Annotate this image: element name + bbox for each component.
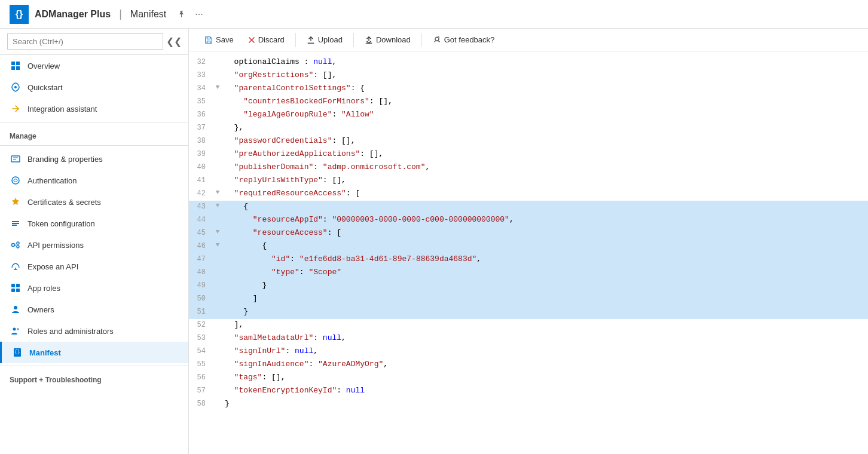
- code-line[interactable]: 41 "replyUrlsWithType": [],: [189, 174, 868, 188]
- code-line[interactable]: 37 },: [189, 122, 868, 135]
- line-number: 55: [189, 358, 213, 370]
- sidebar-item-roles[interactable]: Roles and administrators: [0, 320, 188, 342]
- svg-point-12: [12, 244, 15, 247]
- code-line[interactable]: 51 }: [189, 306, 868, 319]
- collapse-icon[interactable]: ▼: [213, 201, 222, 211]
- sidebar-item-owners[interactable]: Owners: [0, 299, 188, 320]
- code-line[interactable]: 46▼ {: [189, 240, 868, 253]
- code-line[interactable]: 36 "legalAgeGroupRule": "Allow": [189, 109, 868, 122]
- line-content: optionalClaims : null,: [222, 56, 868, 69]
- svg-rect-3: [16, 66, 20, 70]
- svg-point-13: [17, 242, 19, 244]
- feedback-button[interactable]: Got feedback?: [427, 32, 501, 47]
- line-content: {: [222, 201, 868, 213]
- code-line[interactable]: 45▼ "resourceAccess": [: [189, 227, 868, 240]
- integration-icon: [10, 103, 22, 115]
- code-line[interactable]: 55 "signInAudience": "AzureADMyOrg",: [189, 358, 868, 372]
- code-line[interactable]: 49 }: [189, 280, 868, 293]
- more-options-icon[interactable]: ···: [195, 9, 203, 20]
- code-line[interactable]: 34▼ "parentalControlSettings": {: [189, 82, 868, 96]
- search-input[interactable]: [7, 33, 163, 50]
- code-line[interactable]: 47 "id": "e1fe6dd8-ba31-4d61-89e7-88639d…: [189, 253, 868, 266]
- sidebar-item-branding[interactable]: Branding & properties: [0, 148, 188, 170]
- sidebar-item-integration[interactable]: Integration assistant: [0, 98, 188, 119]
- grid-icon: [10, 60, 22, 72]
- code-line[interactable]: 54 "signInUrl": null,: [189, 345, 868, 358]
- sidebar-item-label: Expose an API: [27, 262, 78, 271]
- sidebar-item-quickstart[interactable]: Quickstart: [0, 76, 188, 98]
- line-content: "id": "e1fe6dd8-ba31-4d61-89e7-88639da46…: [222, 253, 868, 266]
- line-number: 33: [189, 69, 213, 81]
- sidebar-item-overview[interactable]: Overview: [0, 55, 188, 76]
- line-number: 46: [189, 240, 213, 252]
- line-content: "samlMetadataUrl": null,: [222, 332, 868, 345]
- upload-button[interactable]: Upload: [301, 32, 349, 47]
- sidebar-item-manifest[interactable]: {} Manifest: [0, 342, 188, 363]
- line-content: "countriesBlockedForMinors": [],: [222, 96, 868, 108]
- sidebar-item-approles[interactable]: App roles: [0, 277, 188, 299]
- toolbar: Save Discard Upload Download Got feedbac…: [189, 29, 868, 51]
- divider2: [0, 145, 188, 146]
- svg-rect-5: [11, 156, 20, 162]
- line-number: 32: [189, 56, 213, 68]
- code-line[interactable]: 52 ],: [189, 319, 868, 332]
- code-line[interactable]: 57 "tokenEncryptionKeyId": null: [189, 385, 868, 398]
- collapse-icon[interactable]: ▼: [213, 240, 222, 251]
- rocket-icon: [10, 81, 22, 93]
- line-content: {: [222, 240, 868, 253]
- line-content: ]: [222, 293, 868, 305]
- code-line[interactable]: 39 "preAuthorizedApplications": [],: [189, 148, 868, 161]
- line-content: "passwordCredentials": [],: [222, 135, 868, 148]
- collapse-icon[interactable]: ▼: [213, 227, 222, 238]
- feedback-icon: [433, 36, 441, 44]
- line-number: 56: [189, 372, 213, 384]
- code-line[interactable]: 33 "orgRestrictions": [],: [189, 69, 868, 82]
- sidebar-item-label: API permissions: [27, 241, 84, 250]
- sidebar-item-label: App roles: [27, 284, 60, 293]
- code-line[interactable]: 53 "samlMetadataUrl": null,: [189, 332, 868, 345]
- collapse-icon[interactable]: ▼: [213, 82, 222, 93]
- line-content: },: [222, 122, 868, 134]
- code-line[interactable]: 40 "publisherDomain": "admp.onmicrosoft.…: [189, 161, 868, 174]
- save-button[interactable]: Save: [198, 32, 240, 47]
- code-line[interactable]: 58}: [189, 398, 868, 411]
- code-line[interactable]: 43▼ {: [189, 201, 868, 214]
- line-number: 48: [189, 266, 213, 278]
- pin-icon[interactable]: 🖈: [177, 9, 187, 20]
- line-content: "replyUrlsWithType": [],: [222, 174, 868, 187]
- divider: [0, 122, 188, 122]
- code-line[interactable]: 32 optionalClaims : null,: [189, 56, 868, 69]
- line-number: 41: [189, 174, 213, 186]
- sidebar-item-certificates[interactable]: Certificates & secrets: [0, 191, 188, 213]
- code-line[interactable]: 38 "passwordCredentials": [],: [189, 135, 868, 148]
- code-editor[interactable]: 32 optionalClaims : null,33 "orgRestrict…: [189, 51, 868, 454]
- line-number: 40: [189, 161, 213, 173]
- download-button[interactable]: Download: [359, 32, 417, 47]
- code-line[interactable]: 56 "tags": [],: [189, 372, 868, 385]
- sidebar-item-api[interactable]: API permissions: [0, 234, 188, 256]
- code-line[interactable]: 42▼ "requiredResourceAccess": [: [189, 188, 868, 201]
- line-number: 49: [189, 280, 213, 292]
- sidebar-item-token[interactable]: Token configuration: [0, 213, 188, 234]
- branding-icon: [10, 153, 22, 165]
- app-logo: {}: [10, 5, 29, 24]
- code-line[interactable]: 48 "type": "Scope": [189, 266, 868, 280]
- discard-button[interactable]: Discard: [242, 32, 291, 47]
- sidebar-item-expose[interactable]: Expose an API: [0, 256, 188, 277]
- editor-area: Save Discard Upload Download Got feedbac…: [189, 29, 868, 454]
- line-number: 44: [189, 214, 213, 226]
- sidebar-collapse-button[interactable]: ❮❮: [167, 35, 181, 49]
- line-content: "orgRestrictions": [],: [222, 69, 868, 82]
- code-line[interactable]: 50 ]: [189, 293, 868, 306]
- expose-icon: [10, 260, 22, 272]
- code-line[interactable]: 44 "resourceAppId": "00000003-0000-0000-…: [189, 214, 868, 227]
- sidebar-item-authentication[interactable]: Authentication: [0, 170, 188, 191]
- sidebar-item-label: Certificates & secrets: [27, 198, 101, 207]
- toolbar-separator3: [421, 33, 422, 47]
- line-content: "legalAgeGroupRule": "Allow": [222, 109, 868, 121]
- collapse-icon[interactable]: ▼: [213, 188, 222, 198]
- download-icon: [365, 36, 373, 44]
- certificates-icon: [10, 196, 22, 208]
- owners-icon: [10, 303, 22, 315]
- code-line[interactable]: 35 "countriesBlockedForMinors": [],: [189, 96, 868, 109]
